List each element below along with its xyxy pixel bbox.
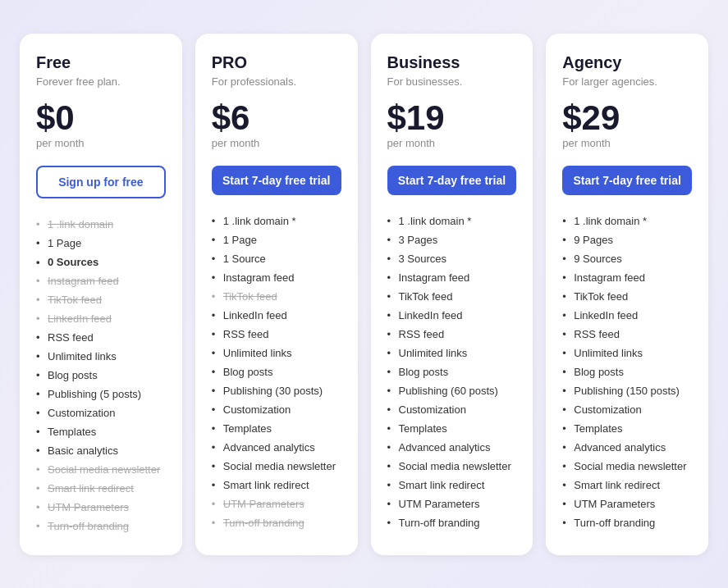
plan-name-free: Free xyxy=(36,53,166,72)
feature-item: 3 Sources xyxy=(387,249,517,268)
plan-period-free: per month xyxy=(36,137,166,149)
plan-card-agency: AgencyFor larger agencies.$29per monthSt… xyxy=(546,34,708,555)
feature-item: Social media newsletter xyxy=(36,460,166,479)
feature-item: 3 Pages xyxy=(387,230,517,249)
feature-item: Unlimited links xyxy=(387,344,517,362)
feature-item: Publishing (150 posts) xyxy=(562,381,692,400)
feature-item: Blog posts xyxy=(562,362,692,381)
feature-item: Customization xyxy=(212,400,341,419)
feature-item: Templates xyxy=(36,422,166,441)
feature-item: Smart link redirect xyxy=(36,479,166,498)
feature-item: Publishing (60 posts) xyxy=(387,381,517,400)
plan-cta-free[interactable]: Sign up for free xyxy=(36,166,166,198)
feature-item: 1 .link domain * xyxy=(212,212,341,230)
feature-item: Instagram feed xyxy=(562,268,692,287)
feature-item: Templates xyxy=(212,419,341,438)
feature-item: Publishing (30 posts) xyxy=(212,381,341,400)
feature-item: Turn-off branding xyxy=(387,513,517,532)
feature-item: Unlimited links xyxy=(562,344,692,362)
feature-item: TikTok feed xyxy=(387,287,517,306)
feature-item: Unlimited links xyxy=(36,347,166,366)
feature-item: Advanced analytics xyxy=(212,438,341,457)
feature-item: 9 Sources xyxy=(562,249,692,268)
feature-item: RSS feed xyxy=(36,328,166,347)
feature-item: Turn-off branding xyxy=(562,513,692,532)
feature-item: LinkedIn feed xyxy=(387,306,517,325)
feature-item: 1 .link domain xyxy=(36,215,166,234)
feature-list-agency: 1 .link domain *9 Pages9 SourcesInstagra… xyxy=(562,212,692,532)
plan-price-agency: $29 xyxy=(562,101,692,135)
plan-subtitle-free: Forever free plan. xyxy=(36,75,166,88)
feature-item: RSS feed xyxy=(212,325,341,344)
feature-item: 1 Source xyxy=(212,249,341,268)
feature-item: Instagram feed xyxy=(212,268,341,287)
feature-item: TikTok feed xyxy=(36,290,166,309)
feature-list-free: 1 .link domain1 Page0 SourcesInstagram f… xyxy=(36,215,166,536)
feature-item: LinkedIn feed xyxy=(36,309,166,328)
feature-item: Publishing (5 posts) xyxy=(36,385,166,403)
feature-item: UTM Parameters xyxy=(387,495,517,513)
plan-card-pro: PROFor professionals.$6per monthStart 7-… xyxy=(195,34,358,555)
plan-name-pro: PRO xyxy=(212,53,341,72)
feature-item: Customization xyxy=(36,403,166,422)
plan-name-agency: Agency xyxy=(562,53,692,72)
feature-item: UTM Parameters xyxy=(36,498,166,517)
feature-item: UTM Parameters xyxy=(562,495,692,513)
feature-item: RSS feed xyxy=(562,325,692,344)
plan-subtitle-agency: For larger agencies. xyxy=(562,75,692,88)
plan-period-business: per month xyxy=(387,137,517,149)
feature-list-pro: 1 .link domain *1 Page1 SourceInstagram … xyxy=(212,212,341,532)
plan-cta-pro[interactable]: Start 7-day free trial xyxy=(212,166,341,195)
feature-item: 0 Sources xyxy=(36,253,166,271)
feature-item: Social media newsletter xyxy=(562,457,692,476)
feature-item: Smart link redirect xyxy=(212,476,341,495)
feature-item: Unlimited links xyxy=(212,344,341,362)
feature-item: Blog posts xyxy=(36,366,166,385)
plan-subtitle-business: For businesses. xyxy=(387,75,517,88)
feature-item: Social media newsletter xyxy=(387,457,517,476)
feature-item: 9 Pages xyxy=(562,230,692,249)
feature-item: Blog posts xyxy=(212,362,341,381)
feature-item: Advanced analytics xyxy=(562,438,692,457)
feature-item: TikTok feed xyxy=(212,287,341,306)
feature-item: Blog posts xyxy=(387,362,517,381)
feature-item: 1 Page xyxy=(36,234,166,253)
plan-price-free: $0 xyxy=(36,101,166,135)
plan-period-agency: per month xyxy=(562,137,692,149)
feature-item: Templates xyxy=(387,419,517,438)
plan-price-pro: $6 xyxy=(212,101,341,135)
feature-item: LinkedIn feed xyxy=(562,306,692,325)
feature-item: Smart link redirect xyxy=(387,476,517,495)
plan-price-business: $19 xyxy=(387,101,517,135)
plan-card-free: FreeForever free plan.$0per monthSign up… xyxy=(20,34,182,555)
plan-cta-business[interactable]: Start 7-day free trial xyxy=(387,166,517,195)
plan-period-pro: per month xyxy=(212,137,341,149)
feature-item: Smart link redirect xyxy=(562,476,692,495)
feature-item: Social media newsletter xyxy=(212,457,341,476)
feature-item: Customization xyxy=(562,400,692,419)
feature-item: 1 .link domain * xyxy=(562,212,692,230)
feature-item: TikTok feed xyxy=(562,287,692,306)
feature-item: LinkedIn feed xyxy=(212,306,341,325)
plan-card-business: BusinessFor businesses.$19per monthStart… xyxy=(371,34,533,555)
plan-name-business: Business xyxy=(387,53,517,72)
pricing-container: FreeForever free plan.$0per monthSign up… xyxy=(0,14,728,575)
feature-item: 1 .link domain * xyxy=(387,212,517,230)
feature-item: Basic analytics xyxy=(36,441,166,460)
feature-item: RSS feed xyxy=(387,325,517,344)
feature-item: Instagram feed xyxy=(387,268,517,287)
plan-cta-agency[interactable]: Start 7-day free trial xyxy=(562,166,692,195)
feature-item: Turn-off branding xyxy=(212,513,341,532)
feature-item: Advanced analytics xyxy=(387,438,517,457)
feature-item: Turn-off branding xyxy=(36,517,166,536)
feature-item: Instagram feed xyxy=(36,271,166,290)
plan-subtitle-pro: For professionals. xyxy=(212,75,341,88)
feature-list-business: 1 .link domain *3 Pages3 SourcesInstagra… xyxy=(387,212,517,532)
feature-item: 1 Page xyxy=(212,230,341,249)
feature-item: Customization xyxy=(387,400,517,419)
feature-item: UTM Parameters xyxy=(212,495,341,513)
feature-item: Templates xyxy=(562,419,692,438)
